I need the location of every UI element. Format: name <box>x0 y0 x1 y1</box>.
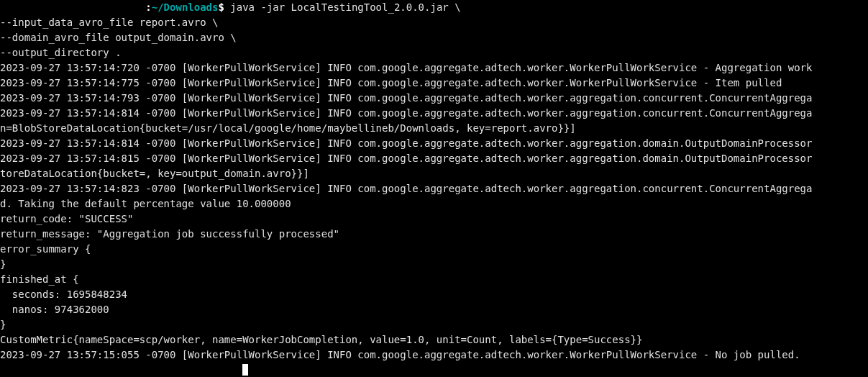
prompt-colon: : <box>145 1 151 13</box>
log-line: return_message: "Aggregation job success… <box>0 227 868 242</box>
log-line: d. Taking the default percentage value 1… <box>0 196 868 212</box>
log-line: 2023-09-27 13:57:14:815 -0700 [WorkerPul… <box>0 151 868 166</box>
log-line: 2023-09-27 13:57:15:055 -0700 [WorkerPul… <box>0 348 868 363</box>
log-line: 2023-09-27 13:57:14:814 -0700 [WorkerPul… <box>0 136 868 151</box>
log-line: seconds: 1695848234 <box>0 287 868 302</box>
log-text: 2023-09-27 13:57:15:055 -0700 [WorkerPul… <box>0 349 800 360</box>
prompt-dollar: $ <box>218 1 230 13</box>
log-line: n=BlobStoreDataLocation{bucket=/usr/loca… <box>0 121 868 136</box>
log-line: 2023-09-27 13:57:14:793 -0700 [WorkerPul… <box>0 91 868 106</box>
log-line: finished_at { <box>0 272 868 287</box>
cursor-line <box>0 363 868 377</box>
command-text-3: --domain_avro_file output_domain.avro \ <box>0 30 868 45</box>
command-text-1: java -jar LocalTestingTool_2.0.0.jar \ <box>230 1 460 13</box>
command-text-4: --output_directory . <box>0 45 868 60</box>
log-line: 2023-09-27 13:57:14:823 -0700 [WorkerPul… <box>0 181 868 196</box>
log-line: 2023-09-27 13:57:14:775 -0700 [WorkerPul… <box>0 76 868 91</box>
terminal-window[interactable]: :~/Downloads$ java -jar LocalTestingTool… <box>0 0 868 377</box>
redacted-host <box>0 0 145 15</box>
log-line: error_summary { <box>0 242 868 257</box>
log-line: 2023-09-27 13:57:14:720 -0700 [WorkerPul… <box>0 60 868 76</box>
log-line: CustomMetric{nameSpace=scp/worker, name=… <box>0 332 868 348</box>
log-line: toreDataLocation{bucket=, key=output_dom… <box>0 166 868 181</box>
command-text-2: --input_data_avro_file report.avro \ <box>0 15 868 30</box>
log-line: } <box>0 317 868 332</box>
prompt-path: ~/Downloads <box>152 1 219 13</box>
log-line: 2023-09-27 13:57:14:814 -0700 [WorkerPul… <box>0 106 868 121</box>
terminal-cursor <box>242 364 248 376</box>
log-line: return_code: "SUCCESS" <box>0 212 868 227</box>
prompt-line-1: :~/Downloads$ java -jar LocalTestingTool… <box>0 0 868 15</box>
log-line: } <box>0 257 868 272</box>
log-line: nanos: 974362000 <box>0 302 868 317</box>
